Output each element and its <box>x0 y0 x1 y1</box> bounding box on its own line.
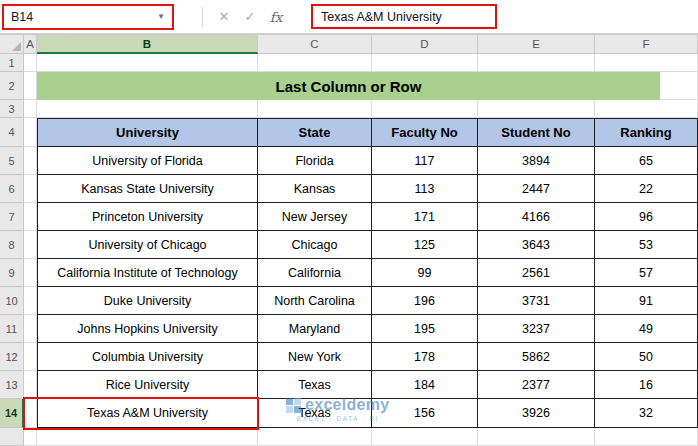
empty-cell[interactable] <box>478 428 595 446</box>
table-cell[interactable]: 91 <box>595 287 698 315</box>
row-header-2[interactable]: 2 <box>0 72 24 100</box>
table-cell[interactable]: 113 <box>372 175 478 203</box>
table-cell[interactable]: 3894 <box>478 147 595 175</box>
row-header-14-selected[interactable]: 14 <box>0 399 24 428</box>
empty-cell[interactable] <box>24 343 37 371</box>
empty-cell[interactable] <box>372 428 478 446</box>
table-cell[interactable]: Chicago <box>258 231 372 259</box>
table-cell[interactable]: 195 <box>372 315 478 343</box>
row-header-15[interactable] <box>0 428 24 446</box>
table-cell[interactable]: New Jersey <box>258 203 372 231</box>
row-header-6[interactable]: 6 <box>0 175 24 203</box>
column-header-b-selected[interactable]: B <box>37 34 258 54</box>
table-header-university[interactable]: University <box>37 118 258 147</box>
table-cell[interactable]: 49 <box>595 315 698 343</box>
table-cell[interactable]: Texas <box>258 371 372 399</box>
select-all-corner[interactable] <box>0 34 24 54</box>
empty-cell[interactable] <box>258 54 372 72</box>
formula-input[interactable]: Texas A&M University <box>311 4 497 29</box>
banner-merged-cell[interactable]: Last Column or Row <box>37 72 660 100</box>
table-cell[interactable]: 5862 <box>478 343 595 371</box>
table-cell[interactable]: 16 <box>595 371 698 399</box>
table-cell[interactable]: 117 <box>372 147 478 175</box>
table-cell[interactable]: University of Chicago <box>37 231 258 259</box>
name-box[interactable]: B14 ▼ <box>2 4 174 30</box>
cancel-icon[interactable]: ✕ <box>211 9 237 24</box>
table-cell[interactable]: 2447 <box>478 175 595 203</box>
row-header-11[interactable]: 11 <box>0 315 24 343</box>
row-header-5[interactable]: 5 <box>0 147 24 175</box>
table-cell[interactable]: 196 <box>372 287 478 315</box>
empty-cell[interactable] <box>372 100 478 118</box>
empty-cell[interactable] <box>24 175 37 203</box>
empty-cell[interactable] <box>24 315 37 343</box>
name-box-dropdown-icon[interactable]: ▼ <box>157 12 165 21</box>
table-cell[interactable]: 184 <box>372 371 478 399</box>
table-cell[interactable]: 171 <box>372 203 478 231</box>
table-cell[interactable]: 3731 <box>478 287 595 315</box>
table-cell[interactable]: New York <box>258 343 372 371</box>
row-header-1[interactable]: 1 <box>0 54 24 72</box>
table-header-ranking[interactable]: Ranking <box>595 118 698 147</box>
row-header-3[interactable]: 3 <box>0 100 24 118</box>
empty-cell[interactable] <box>258 100 372 118</box>
enter-icon[interactable]: ✓ <box>237 9 263 24</box>
table-cell[interactable]: California <box>258 259 372 287</box>
table-cell[interactable]: Columbia University <box>37 343 258 371</box>
empty-cell[interactable] <box>24 118 37 147</box>
column-header-e[interactable]: E <box>478 34 595 54</box>
table-cell[interactable]: 2561 <box>478 259 595 287</box>
table-cell[interactable]: Maryland <box>258 315 372 343</box>
insert-function-icon[interactable]: fx <box>263 9 289 25</box>
table-cell[interactable]: 156 <box>372 399 478 428</box>
row-header-12[interactable]: 12 <box>0 343 24 371</box>
table-cell[interactable]: 99 <box>372 259 478 287</box>
table-cell[interactable]: Florida <box>258 147 372 175</box>
empty-cell[interactable] <box>37 100 258 118</box>
row-header-4[interactable]: 4 <box>0 118 24 147</box>
table-cell[interactable]: University of Florida <box>37 147 258 175</box>
empty-cell[interactable] <box>24 259 37 287</box>
empty-cell[interactable] <box>24 287 37 315</box>
table-cell[interactable]: Kansas State University <box>37 175 258 203</box>
empty-cell[interactable] <box>478 54 595 72</box>
empty-cell[interactable] <box>37 428 258 446</box>
row-header-9[interactable]: 9 <box>0 259 24 287</box>
table-cell[interactable]: 125 <box>372 231 478 259</box>
empty-cell[interactable] <box>595 428 698 446</box>
table-cell[interactable]: California Institute of Technology <box>37 259 258 287</box>
empty-cell[interactable] <box>372 54 478 72</box>
empty-cell[interactable] <box>258 428 372 446</box>
empty-cell[interactable] <box>478 100 595 118</box>
row-header-8[interactable]: 8 <box>0 231 24 259</box>
table-cell[interactable]: North Carolina <box>258 287 372 315</box>
empty-cell[interactable] <box>24 231 37 259</box>
column-header-d[interactable]: D <box>372 34 478 54</box>
column-header-a[interactable]: A <box>24 34 37 54</box>
column-header-c[interactable]: C <box>258 34 372 54</box>
row-header-7[interactable]: 7 <box>0 203 24 231</box>
table-cell[interactable]: 96 <box>595 203 698 231</box>
table-cell[interactable]: 4166 <box>478 203 595 231</box>
table-cell[interactable]: 3643 <box>478 231 595 259</box>
table-cell[interactable]: 178 <box>372 343 478 371</box>
empty-cell[interactable] <box>595 54 698 72</box>
active-cell-b14[interactable]: Texas A&M University <box>37 399 258 428</box>
empty-cell[interactable] <box>24 100 37 118</box>
table-cell[interactable]: 3237 <box>478 315 595 343</box>
table-cell[interactable]: Duke University <box>37 287 258 315</box>
table-cell[interactable]: 53 <box>595 231 698 259</box>
row-header-13[interactable]: 13 <box>0 371 24 399</box>
empty-cell[interactable] <box>595 100 698 118</box>
table-cell[interactable]: Rice University <box>37 371 258 399</box>
empty-cell[interactable] <box>660 72 698 100</box>
table-cell[interactable]: 50 <box>595 343 698 371</box>
table-cell[interactable]: Johns Hopkins University <box>37 315 258 343</box>
table-cell[interactable]: Kansas <box>258 175 372 203</box>
table-cell[interactable]: Princeton University <box>37 203 258 231</box>
empty-cell[interactable] <box>24 147 37 175</box>
table-cell[interactable]: 2377 <box>478 371 595 399</box>
empty-cell[interactable] <box>24 203 37 231</box>
empty-cell[interactable] <box>37 54 258 72</box>
empty-cell[interactable] <box>24 371 37 399</box>
